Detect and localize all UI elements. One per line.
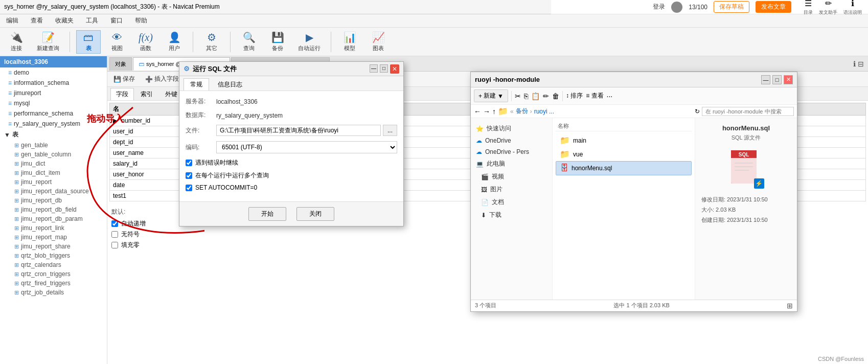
toolbar-query[interactable]: 🔍 查询 xyxy=(237,30,261,53)
fe-cut-icon[interactable]: ✂ xyxy=(515,92,521,100)
publish-helper-icon[interactable]: ✏ xyxy=(825,0,832,8)
sidebar-table-jimu_dict_item[interactable]: ⊞ jimu_dict_item xyxy=(0,168,107,177)
fe-minimize-btn[interactable]: — xyxy=(761,75,770,84)
fe-more-icon[interactable]: ··· xyxy=(607,92,613,100)
toolbar-other[interactable]: ⚙ 其它 xyxy=(199,30,224,53)
insert-field-btn[interactable]: ➕ 插入字段 xyxy=(142,74,182,84)
fe-onedrive[interactable]: ☁ OneDrive xyxy=(471,135,552,146)
syntax-icon[interactable]: ℹ xyxy=(851,0,854,8)
toolbar-user[interactable]: 👤 用户 xyxy=(162,30,187,53)
sidebar-table-jimu_report_share[interactable]: ⊞ jimu_report_share xyxy=(0,242,107,251)
sidebar-tables-section[interactable]: ▼ 表 xyxy=(0,129,107,141)
sidebar-table-jimu_report_dbf[interactable]: ⊞ jimu_report_db_field xyxy=(0,205,107,214)
toolbar-view[interactable]: 👁 视图 xyxy=(105,31,129,53)
sidebar-db-ry[interactable]: ≡ ry_salary_query_system xyxy=(0,119,107,129)
file-input[interactable] xyxy=(216,125,381,136)
sidebar-table-jimu_report_db[interactable]: ⊞ jimu_report_db xyxy=(0,196,107,205)
fe-copy-icon[interactable]: ⎘ xyxy=(524,92,528,100)
dialog-minimize-btn[interactable]: — xyxy=(370,64,378,73)
toolbar-function[interactable]: f(x) 函数 xyxy=(133,31,158,53)
fe-quick-access[interactable]: ⭐ 快速访问 xyxy=(471,122,552,135)
sidebar-table-qrtz-blob[interactable]: ⊞ qrtz_blob_triggers xyxy=(0,251,107,260)
fe-up-btn[interactable]: ↑ xyxy=(492,107,496,116)
fe-this-pc[interactable]: 💻 此电脑 xyxy=(471,157,552,170)
run-sql-tab-regular[interactable]: 常规 xyxy=(184,78,209,90)
start-btn[interactable]: 开始 xyxy=(248,207,286,221)
menu-tools[interactable]: 工具 xyxy=(84,15,100,26)
menu-view[interactable]: 查看 xyxy=(29,15,45,26)
fe-size-grip-icon[interactable]: ⊞ xyxy=(787,302,793,310)
menu-help[interactable]: 帮助 xyxy=(133,15,149,26)
fe-folder-vue[interactable]: 📁 vue xyxy=(556,147,692,161)
subtab-indexes[interactable]: 索引 xyxy=(135,88,158,100)
sidebar-table-jimu_dict[interactable]: ⊞ jimu_dict xyxy=(0,159,107,168)
fe-search-input[interactable] xyxy=(702,107,794,116)
publish-button[interactable]: 发布文章 xyxy=(756,1,791,13)
fe-sort-icon[interactable]: ↕ 排序 xyxy=(566,92,583,100)
toolbar-autorun[interactable]: ▶ 自动运行 xyxy=(294,30,325,53)
sidebar-table-gen_table_column[interactable]: ⊞ gen_table_column xyxy=(0,150,107,159)
fe-pictures[interactable]: 🖼 图片 xyxy=(471,183,552,196)
fe-forward-btn[interactable]: → xyxy=(483,107,490,116)
sidebar-table-jimu_report_map[interactable]: ⊞ jimu_report_map xyxy=(0,233,107,242)
toolbar-new-query[interactable]: 📝 新建查询 xyxy=(33,30,63,53)
toolbar-table[interactable]: 🗃 表 xyxy=(76,30,101,54)
continue-error-checkbox[interactable] xyxy=(186,160,192,166)
list-icon[interactable]: ☰ xyxy=(805,0,812,8)
tab-objects[interactable]: 对象 xyxy=(109,57,132,71)
fe-delete-icon[interactable]: 🗑 xyxy=(552,92,559,100)
fe-paste-icon[interactable]: 📋 xyxy=(531,92,540,100)
no-sign-checkbox[interactable] xyxy=(111,231,118,238)
sidebar-db-demo[interactable]: ≡ demo xyxy=(0,67,107,78)
toolbar-chart[interactable]: 📈 图表 xyxy=(366,30,391,53)
fe-new-btn[interactable]: + 新建 ▼ xyxy=(474,89,508,102)
save-draft-button[interactable]: 保存草稿 xyxy=(714,1,749,13)
fe-selected-file[interactable]: 🗄 honorMenu.sql xyxy=(556,161,692,175)
sidebar-server[interactable]: localhost_3306 xyxy=(0,56,107,67)
sidebar-table-jimu_report_link[interactable]: ⊞ jimu_report_link xyxy=(0,223,107,233)
fe-videos[interactable]: 🎬 视频 xyxy=(471,170,552,183)
dialog-maximize-btn[interactable]: □ xyxy=(380,64,388,73)
autocommit-checkbox[interactable] xyxy=(186,185,192,191)
sidebar-table-qrtz-fired[interactable]: ⊞ qrtz_fired_triggers xyxy=(0,279,107,288)
info-icon[interactable]: ℹ xyxy=(853,60,856,68)
menu-window[interactable]: 窗口 xyxy=(108,15,125,26)
run-sql-tab-log[interactable]: 信息日志 xyxy=(211,78,249,90)
menu-favorites[interactable]: 收藏夹 xyxy=(53,15,76,26)
sidebar-table-gen_table[interactable]: ⊞ gen_table xyxy=(0,141,107,150)
close-dialog-btn[interactable]: 关闭 xyxy=(296,207,334,221)
fe-onedrive-pers[interactable]: ☁ OneDrive - Pers xyxy=(471,146,552,157)
menu-edit[interactable]: 编辑 xyxy=(4,15,20,26)
fe-breadcrumb-backup[interactable]: 备份 xyxy=(516,107,528,116)
dialog-close-btn[interactable]: ✕ xyxy=(390,64,399,74)
sidebar-table-qrtz-cal[interactable]: ⊞ qrtz_calendars xyxy=(0,260,107,269)
auto-increment-checkbox[interactable] xyxy=(111,220,118,227)
fe-folder-main[interactable]: 📁 main xyxy=(556,133,692,147)
grid-icon[interactable]: ⊟ xyxy=(858,60,864,68)
fe-close-btn[interactable]: ✕ xyxy=(784,75,793,84)
multiple-queries-checkbox[interactable] xyxy=(186,172,192,179)
toolbar-connect[interactable]: 🔌 连接 xyxy=(4,30,29,53)
sidebar-db-perf[interactable]: ≡ performance_schema xyxy=(0,108,107,119)
fe-breadcrumb-ruoyi[interactable]: ruoyi ... xyxy=(534,108,554,115)
toolbar-backup[interactable]: 💾 备份 xyxy=(265,30,290,53)
sidebar-db-info-schema[interactable]: ≡ information_schema xyxy=(0,78,107,88)
save-btn[interactable]: 💾 保存 xyxy=(110,74,138,84)
fill-zero-checkbox[interactable] xyxy=(111,242,118,248)
fe-rename-icon[interactable]: ✏ xyxy=(543,92,549,100)
sidebar-table-jimu_report[interactable]: ⊞ jimu_report xyxy=(0,177,107,187)
fe-downloads[interactable]: ⬇ 下载 xyxy=(471,209,552,221)
browse-btn[interactable]: ... xyxy=(383,125,397,136)
toolbar-model[interactable]: 📊 模型 xyxy=(337,30,362,53)
sidebar-table-qrtz-cron[interactable]: ⊞ qrtz_cron_triggers xyxy=(0,269,107,279)
fe-refresh-icon[interactable]: ↻ xyxy=(695,108,700,115)
fe-back-btn[interactable]: ← xyxy=(474,107,481,116)
sidebar-table-qrtz-job[interactable]: ⊞ qrtz_job_details xyxy=(0,288,107,297)
fe-view-icon[interactable]: ≡ 查看 xyxy=(586,92,603,100)
sidebar-table-jimu_report_dbp[interactable]: ⊞ jimu_report_db_param xyxy=(0,214,107,223)
sidebar-table-jimu_report_ds[interactable]: ⊞ jimu_report_data_source xyxy=(0,187,107,196)
subtab-fields[interactable]: 字段 xyxy=(110,88,134,100)
fe-documents[interactable]: 📄 文档 xyxy=(471,196,552,209)
sidebar-db-jimureport[interactable]: ≡ jimureport xyxy=(0,88,107,98)
fe-maximize-btn[interactable]: □ xyxy=(772,75,782,84)
